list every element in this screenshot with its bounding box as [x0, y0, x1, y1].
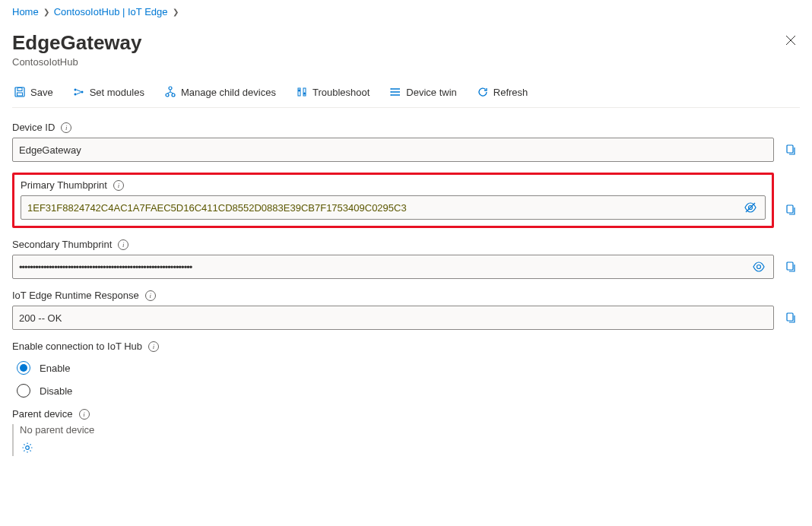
svg-point-15 — [391, 94, 392, 96]
device-id-value: EdgeGateway — [19, 144, 81, 156]
svg-point-19 — [757, 265, 761, 269]
gear-icon — [21, 442, 33, 454]
svg-rect-18 — [787, 205, 793, 213]
primary-thumbprint-input[interactable]: 1EF31F8824742C4AC1A7FAEC5D16C411CD8552D0… — [21, 195, 766, 220]
close-button[interactable] — [782, 31, 800, 49]
enable-connection-label: Enable connection to IoT Hub — [12, 341, 142, 352]
info-icon[interactable]: i — [118, 239, 128, 250]
parent-device-label: Parent device — [12, 408, 73, 420]
copy-runtime-button[interactable] — [782, 309, 800, 327]
device-id-label: Device ID — [12, 122, 55, 133]
toolbar-label: Manage child devices — [181, 87, 276, 98]
manage-child-devices-button[interactable]: Manage child devices — [163, 84, 278, 100]
device-id-input[interactable]: EdgeGateway — [12, 138, 774, 162]
device-twin-button[interactable]: Device twin — [388, 84, 458, 100]
toolbar-label: Troubleshoot — [312, 87, 370, 98]
enable-radio[interactable]: Enable — [17, 361, 800, 375]
svg-point-8 — [172, 93, 175, 97]
info-icon[interactable]: i — [79, 409, 90, 420]
info-icon[interactable]: i — [148, 341, 159, 352]
copy-icon — [785, 144, 797, 156]
breadcrumb: Home ❯ ContosoIotHub | IoT Edge ❯ — [12, 6, 800, 17]
eye-icon — [752, 260, 766, 274]
svg-point-14 — [391, 91, 392, 93]
info-icon[interactable]: i — [113, 180, 124, 191]
set-modules-button[interactable]: Set modules — [71, 84, 146, 100]
toolbar-label: Save — [30, 87, 53, 98]
eye-off-icon — [744, 201, 757, 214]
page-title: EdgeGateway — [12, 31, 142, 55]
parent-device-none: No parent device — [20, 424, 800, 436]
enable-radio-label: Enable — [40, 363, 70, 374]
breadcrumb-home[interactable]: Home — [12, 6, 39, 17]
svg-point-3 — [74, 89, 76, 91]
svg-rect-0 — [15, 87, 24, 97]
disable-radio-label: Disable — [40, 385, 72, 397]
disable-radio[interactable]: Disable — [17, 384, 800, 398]
modules-icon — [73, 86, 85, 98]
breadcrumb-hub[interactable]: ContosoIotHub | IoT Edge — [54, 6, 168, 17]
copy-icon — [785, 204, 797, 216]
svg-point-7 — [166, 93, 169, 97]
save-button[interactable]: Save — [12, 84, 55, 100]
secondary-thumbprint-label: Secondary Thumbprint — [12, 239, 112, 250]
info-icon[interactable]: i — [145, 290, 156, 301]
hierarchy-icon — [164, 86, 176, 98]
runtime-response-label: IoT Edge Runtime Response — [12, 290, 139, 301]
toolbar-label: Refresh — [493, 87, 528, 98]
refresh-icon — [477, 86, 489, 98]
toolbar-label: Set modules — [90, 87, 144, 98]
svg-point-12 — [303, 93, 306, 95]
list-icon — [389, 86, 401, 98]
svg-point-22 — [26, 446, 30, 450]
configure-parent-button[interactable] — [20, 440, 35, 455]
refresh-button[interactable]: Refresh — [475, 84, 530, 100]
hide-primary-thumbprint-button[interactable] — [741, 198, 760, 217]
copy-icon — [785, 261, 797, 273]
parent-device-box: No parent device — [12, 424, 800, 456]
primary-thumbprint-value: 1EF31F8824742C4AC1A7FAEC5D16C411CD8552D0… — [27, 202, 407, 214]
copy-primary-thumbprint-button[interactable] — [782, 201, 800, 219]
troubleshoot-icon — [296, 86, 308, 98]
svg-rect-20 — [787, 262, 793, 270]
svg-point-5 — [81, 91, 83, 93]
save-icon — [14, 86, 26, 98]
copy-secondary-thumbprint-button[interactable] — [782, 258, 800, 276]
secondary-thumbprint-masked: ••••••••••••••••••••••••••••••••••••••••… — [19, 261, 192, 273]
chevron-right-icon: ❯ — [43, 8, 49, 16]
copy-icon — [785, 312, 797, 324]
reveal-secondary-thumbprint-button[interactable] — [749, 257, 769, 277]
copy-device-id-button[interactable] — [782, 141, 800, 159]
primary-thumbprint-highlight: Primary Thumbprint i 1EF31F8824742C4AC1A… — [12, 173, 774, 228]
svg-point-6 — [169, 87, 172, 90]
radio-selected-icon — [17, 361, 30, 375]
toolbar-label: Device twin — [406, 87, 456, 98]
svg-point-13 — [391, 88, 392, 90]
svg-point-4 — [74, 93, 76, 96]
svg-rect-21 — [787, 313, 793, 321]
svg-rect-1 — [17, 88, 22, 91]
chevron-right-icon: ❯ — [173, 8, 179, 16]
radio-unselected-icon — [17, 384, 30, 398]
page-subtitle: ContosoIotHub — [12, 56, 142, 68]
close-icon — [785, 34, 797, 46]
primary-thumbprint-label: Primary Thumbprint — [21, 179, 107, 191]
troubleshoot-button[interactable]: Troubleshoot — [294, 84, 371, 100]
runtime-response-value: 200 -- OK — [19, 312, 62, 324]
svg-rect-2 — [17, 93, 23, 96]
svg-point-11 — [298, 90, 300, 92]
runtime-response-input[interactable]: 200 -- OK — [12, 306, 774, 330]
toolbar: Save Set modules Manage child devices Tr… — [12, 80, 800, 108]
svg-rect-16 — [787, 145, 793, 153]
secondary-thumbprint-input[interactable]: ••••••••••••••••••••••••••••••••••••••••… — [12, 255, 774, 279]
info-icon[interactable]: i — [61, 122, 71, 133]
